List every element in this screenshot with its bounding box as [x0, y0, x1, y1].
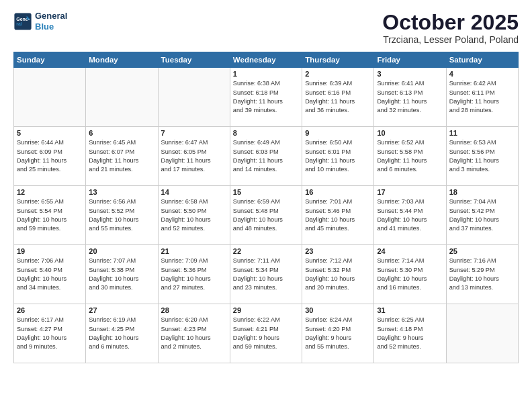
calendar-cell: 9Sunrise: 6:50 AM Sunset: 6:01 PM Daylig… — [302, 127, 374, 186]
day-header-wednesday: Wednesday — [230, 52, 302, 68]
calendar-cell: 22Sunrise: 7:11 AM Sunset: 5:34 PM Dayli… — [230, 245, 302, 304]
day-number: 29 — [233, 306, 299, 314]
day-number: 8 — [233, 129, 299, 137]
day-number: 3 — [377, 70, 443, 78]
day-header-tuesday: Tuesday — [158, 52, 230, 68]
day-number: 16 — [305, 188, 371, 196]
day-number: 17 — [377, 188, 443, 196]
day-number: 14 — [161, 188, 227, 196]
day-number: 1 — [233, 70, 299, 78]
day-info: Sunrise: 6:44 AM Sunset: 6:09 PM Dayligh… — [17, 138, 83, 174]
day-info: Sunrise: 6:58 AM Sunset: 5:50 PM Dayligh… — [161, 197, 227, 233]
location-subtitle: Trzciana, Lesser Poland, Poland — [382, 34, 519, 45]
day-info: Sunrise: 7:07 AM Sunset: 5:38 PM Dayligh… — [89, 257, 154, 292]
calendar-cell: 29Sunrise: 6:22 AM Sunset: 4:21 PM Dayli… — [230, 304, 302, 363]
day-info: Sunrise: 6:25 AM Sunset: 4:18 PM Dayligh… — [377, 316, 443, 351]
week-row-2: 5Sunrise: 6:44 AM Sunset: 6:09 PM Daylig… — [14, 127, 519, 186]
day-number: 9 — [305, 129, 371, 137]
calendar-cell: 26Sunrise: 6:17 AM Sunset: 4:27 PM Dayli… — [14, 304, 86, 363]
calendar-cell: 27Sunrise: 6:19 AM Sunset: 4:25 PM Dayli… — [86, 304, 158, 363]
day-info: Sunrise: 6:56 AM Sunset: 5:52 PM Dayligh… — [89, 197, 154, 233]
day-number: 6 — [89, 129, 154, 137]
day-header-friday: Friday — [374, 52, 446, 68]
day-header-monday: Monday — [86, 52, 158, 68]
calendar-cell: 23Sunrise: 7:12 AM Sunset: 5:32 PM Dayli… — [302, 245, 374, 304]
calendar-cell: 18Sunrise: 7:04 AM Sunset: 5:42 PM Dayli… — [446, 186, 518, 245]
day-info: Sunrise: 6:17 AM Sunset: 4:27 PM Dayligh… — [17, 316, 83, 351]
day-number: 15 — [233, 188, 299, 196]
day-info: Sunrise: 7:12 AM Sunset: 5:32 PM Dayligh… — [305, 257, 371, 292]
day-number: 30 — [305, 306, 371, 314]
day-number: 20 — [89, 247, 154, 255]
calendar-cell: 15Sunrise: 6:59 AM Sunset: 5:48 PM Dayli… — [230, 186, 302, 245]
day-header-sunday: Sunday — [14, 52, 86, 68]
title-block: October 2025 Trzciana, Lesser Poland, Po… — [382, 11, 519, 45]
day-info: Sunrise: 6:24 AM Sunset: 4:20 PM Dayligh… — [305, 316, 371, 351]
calendar-cell: 12Sunrise: 6:55 AM Sunset: 5:54 PM Dayli… — [14, 186, 86, 245]
logo: Gene- ral General Blue — [13, 11, 67, 32]
day-info: Sunrise: 6:47 AM Sunset: 6:05 PM Dayligh… — [161, 138, 227, 174]
day-info: Sunrise: 6:55 AM Sunset: 5:54 PM Dayligh… — [17, 197, 83, 233]
day-info: Sunrise: 6:38 AM Sunset: 6:18 PM Dayligh… — [233, 79, 299, 115]
day-info: Sunrise: 7:09 AM Sunset: 5:36 PM Dayligh… — [161, 257, 227, 292]
day-info: Sunrise: 6:20 AM Sunset: 4:23 PM Dayligh… — [161, 316, 227, 351]
week-row-4: 19Sunrise: 7:06 AM Sunset: 5:40 PM Dayli… — [14, 245, 519, 304]
week-row-3: 12Sunrise: 6:55 AM Sunset: 5:54 PM Dayli… — [14, 186, 519, 245]
calendar-cell: 8Sunrise: 6:49 AM Sunset: 6:03 PM Daylig… — [230, 127, 302, 186]
day-number: 2 — [305, 70, 371, 78]
day-number: 11 — [449, 129, 515, 137]
week-row-5: 26Sunrise: 6:17 AM Sunset: 4:27 PM Dayli… — [14, 304, 519, 363]
day-info: Sunrise: 7:04 AM Sunset: 5:42 PM Dayligh… — [449, 197, 515, 233]
calendar-cell — [446, 304, 518, 363]
calendar-cell: 10Sunrise: 6:52 AM Sunset: 5:58 PM Dayli… — [374, 127, 446, 186]
day-number: 7 — [161, 129, 227, 137]
calendar-cell: 3Sunrise: 6:41 AM Sunset: 6:13 PM Daylig… — [374, 68, 446, 127]
day-info: Sunrise: 6:22 AM Sunset: 4:21 PM Dayligh… — [233, 316, 299, 351]
header-row: SundayMondayTuesdayWednesdayThursdayFrid… — [14, 52, 519, 68]
calendar-cell: 2Sunrise: 6:39 AM Sunset: 6:16 PM Daylig… — [302, 68, 374, 127]
logo-icon: Gene- ral — [13, 12, 32, 31]
day-number: 18 — [449, 188, 515, 196]
calendar-cell: 31Sunrise: 6:25 AM Sunset: 4:18 PM Dayli… — [374, 304, 446, 363]
day-number: 28 — [161, 306, 227, 314]
day-header-thursday: Thursday — [302, 52, 374, 68]
day-header-saturday: Saturday — [446, 52, 518, 68]
calendar-cell: 25Sunrise: 7:16 AM Sunset: 5:29 PM Dayli… — [446, 245, 518, 304]
calendar-cell: 21Sunrise: 7:09 AM Sunset: 5:36 PM Dayli… — [158, 245, 230, 304]
day-number: 31 — [377, 306, 443, 314]
svg-text:ral: ral — [16, 21, 22, 26]
day-info: Sunrise: 7:11 AM Sunset: 5:34 PM Dayligh… — [233, 257, 299, 292]
calendar-table: SundayMondayTuesdayWednesdayThursdayFrid… — [13, 52, 519, 363]
calendar-cell: 6Sunrise: 6:45 AM Sunset: 6:07 PM Daylig… — [86, 127, 158, 186]
calendar-cell: 14Sunrise: 6:58 AM Sunset: 5:50 PM Dayli… — [158, 186, 230, 245]
day-info: Sunrise: 6:41 AM Sunset: 6:13 PM Dayligh… — [377, 79, 443, 115]
page: Gene- ral General Blue October 2025 Trzc… — [0, 0, 532, 411]
day-number: 12 — [17, 188, 83, 196]
calendar-cell: 4Sunrise: 6:42 AM Sunset: 6:11 PM Daylig… — [446, 68, 518, 127]
day-number: 19 — [17, 247, 83, 255]
day-info: Sunrise: 7:14 AM Sunset: 5:30 PM Dayligh… — [377, 257, 443, 292]
day-info: Sunrise: 7:03 AM Sunset: 5:44 PM Dayligh… — [377, 197, 443, 233]
day-number: 27 — [89, 306, 154, 314]
day-number: 5 — [17, 129, 83, 137]
calendar-cell: 1Sunrise: 6:38 AM Sunset: 6:18 PM Daylig… — [230, 68, 302, 127]
day-info: Sunrise: 6:52 AM Sunset: 5:58 PM Dayligh… — [377, 138, 443, 174]
day-number: 24 — [377, 247, 443, 255]
month-title: October 2025 — [382, 11, 519, 34]
day-number: 22 — [233, 247, 299, 255]
calendar-cell: 11Sunrise: 6:53 AM Sunset: 5:56 PM Dayli… — [446, 127, 518, 186]
calendar-cell: 20Sunrise: 7:07 AM Sunset: 5:38 PM Dayli… — [86, 245, 158, 304]
calendar-cell: 16Sunrise: 7:01 AM Sunset: 5:46 PM Dayli… — [302, 186, 374, 245]
day-number: 26 — [17, 306, 83, 314]
day-number: 4 — [449, 70, 515, 78]
calendar-cell: 13Sunrise: 6:56 AM Sunset: 5:52 PM Dayli… — [86, 186, 158, 245]
calendar-cell: 28Sunrise: 6:20 AM Sunset: 4:23 PM Dayli… — [158, 304, 230, 363]
calendar-cell — [86, 68, 158, 127]
calendar-cell: 17Sunrise: 7:03 AM Sunset: 5:44 PM Dayli… — [374, 186, 446, 245]
calendar-cell: 30Sunrise: 6:24 AM Sunset: 4:20 PM Dayli… — [302, 304, 374, 363]
header: Gene- ral General Blue October 2025 Trzc… — [13, 11, 519, 45]
day-info: Sunrise: 6:59 AM Sunset: 5:48 PM Dayligh… — [233, 197, 299, 233]
day-info: Sunrise: 7:16 AM Sunset: 5:29 PM Dayligh… — [449, 257, 515, 292]
day-info: Sunrise: 6:53 AM Sunset: 5:56 PM Dayligh… — [449, 138, 515, 174]
day-info: Sunrise: 6:19 AM Sunset: 4:25 PM Dayligh… — [89, 316, 154, 351]
